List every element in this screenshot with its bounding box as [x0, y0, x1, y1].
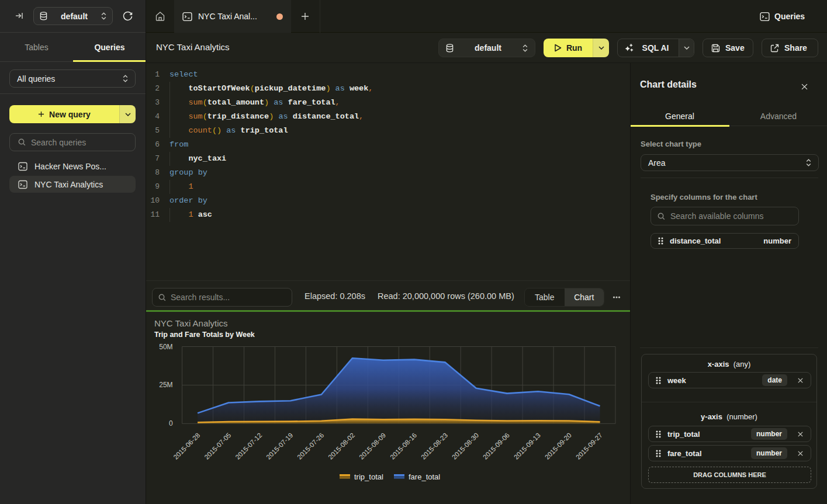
svg-text:2015-09-13: 2015-09-13: [513, 432, 542, 461]
svg-text:2015-08-02: 2015-08-02: [327, 432, 356, 461]
svg-text:2015-06-28: 2015-06-28: [172, 432, 201, 461]
svg-text:2015-08-23: 2015-08-23: [420, 432, 449, 461]
svg-text:2015-07-12: 2015-07-12: [234, 432, 263, 461]
svg-text:25M: 25M: [159, 381, 172, 389]
svg-text:2015-09-20: 2015-09-20: [544, 432, 573, 461]
svg-text:2015-09-06: 2015-09-06: [482, 432, 511, 461]
svg-text:2015-07-19: 2015-07-19: [265, 432, 294, 461]
svg-text:2015-08-30: 2015-08-30: [451, 432, 480, 461]
svg-text:50M: 50M: [159, 343, 172, 351]
svg-text:trip_total: trip_total: [354, 472, 383, 481]
svg-text:2015-07-05: 2015-07-05: [203, 432, 232, 461]
svg-text:2015-07-26: 2015-07-26: [296, 432, 325, 461]
svg-text:2015-09-27: 2015-09-27: [575, 432, 604, 461]
svg-text:2015-08-09: 2015-08-09: [358, 432, 387, 461]
svg-text:0: 0: [169, 419, 173, 427]
svg-text:2015-08-16: 2015-08-16: [389, 432, 418, 461]
svg-text:fare_total: fare_total: [409, 472, 440, 481]
